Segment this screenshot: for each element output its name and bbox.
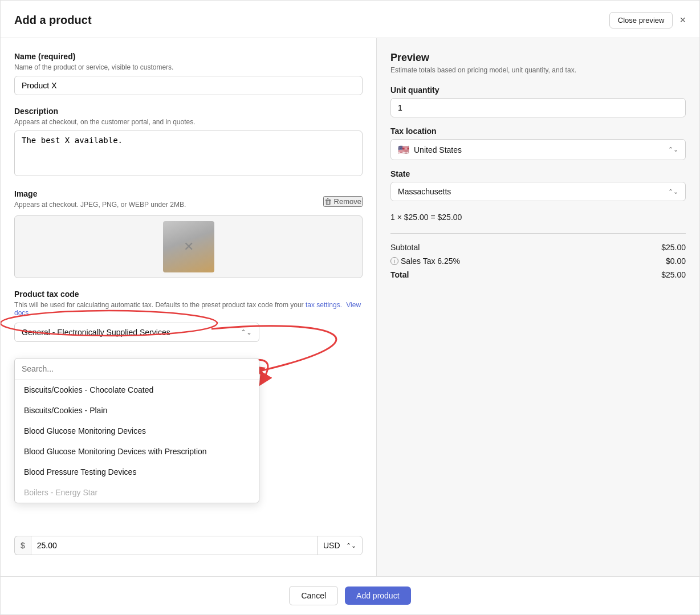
- image-label: Image: [14, 189, 186, 198]
- unit-quantity-label: Unit quantity: [390, 85, 686, 95]
- total-row: Total $25.00: [390, 270, 686, 279]
- page-header: Add a product Close preview ×: [1, 1, 699, 38]
- state-chevron-icon: ⌃⌄: [668, 188, 678, 196]
- subtotal-value: $25.00: [661, 243, 686, 252]
- summary-divider: [390, 233, 686, 234]
- tax-location-label: Tax location: [390, 127, 686, 136]
- dropdown-item-0[interactable]: Biscuits/Cookies - Chocolate Coated: [15, 380, 259, 400]
- tax-location-field: Tax location 🇺🇸 United States ⌃⌄: [390, 127, 686, 160]
- price-input[interactable]: [31, 536, 317, 555]
- state-field: State Massachusetts ⌃⌄: [390, 169, 686, 201]
- description-input[interactable]: The best X available.: [14, 131, 363, 176]
- unit-quantity-field: Unit quantity: [390, 85, 686, 117]
- remove-image-button[interactable]: 🗑 Remove: [323, 196, 363, 207]
- image-section-label: Image Appears at checkout. JPEG, PNG, or…: [14, 189, 186, 213]
- image-section: Image Appears at checkout. JPEG, PNG, or…: [14, 189, 363, 278]
- tax-location-chevron-icon: ⌃⌄: [668, 146, 678, 153]
- total-label: Total: [390, 270, 409, 279]
- sales-tax-row: i Sales Tax 6.25% $0.00: [390, 256, 686, 266]
- name-sublabel: Name of the product or service, visible …: [14, 63, 363, 71]
- trash-icon: 🗑: [324, 197, 332, 206]
- close-icon[interactable]: ×: [679, 14, 686, 26]
- page-title: Add a product: [14, 14, 92, 27]
- dropdown-search-input[interactable]: [22, 364, 252, 373]
- us-flag-icon: 🇺🇸: [398, 144, 409, 155]
- subtotal-label: Subtotal: [390, 243, 420, 252]
- image-header: Image Appears at checkout. JPEG, PNG, or…: [14, 189, 363, 213]
- right-panel: Preview Estimate totals based on pricing…: [377, 38, 699, 576]
- dropdown-item-2[interactable]: Blood Glucose Monitoring Devices: [15, 421, 259, 441]
- tax-settings-link[interactable]: tax settings.: [306, 301, 342, 309]
- chevron-down-icon: ⌃⌄: [241, 328, 252, 336]
- name-input[interactable]: [14, 76, 363, 95]
- image-container: ✕: [14, 215, 363, 278]
- tax-code-dropdown[interactable]: General - Electronically Supplied Servic…: [14, 323, 259, 342]
- tax-code-section: Product tax code This will be used for c…: [14, 290, 363, 342]
- search-wrap: [15, 359, 259, 380]
- price-prefix-symbol: $: [14, 536, 31, 555]
- description-sublabel: Appears at checkout, on the customer por…: [14, 118, 363, 126]
- tax-code-label: Product tax code: [14, 290, 363, 299]
- dropdown-item-1[interactable]: Biscuits/Cookies - Plain: [15, 400, 259, 421]
- description-field-group: Description Appears at checkout, on the …: [14, 107, 363, 178]
- preview-title: Preview: [390, 52, 686, 64]
- sales-tax-value: $0.00: [666, 256, 686, 266]
- dropdown-item-5[interactable]: Boilers - Energy Star: [15, 482, 259, 503]
- total-value: $25.00: [661, 270, 686, 279]
- unit-quantity-input[interactable]: [390, 98, 686, 117]
- tax-code-sublabel: This will be used for calculating automa…: [14, 301, 363, 317]
- dropdown-item-3[interactable]: Blood Glucose Monitoring Devices with Pr…: [15, 441, 259, 462]
- currency-select[interactable]: USD ⌃⌄: [317, 536, 363, 555]
- dropdown-item-4[interactable]: Blood Pressure Testing Devices: [15, 462, 259, 482]
- price-row: $ USD ⌃⌄: [14, 536, 363, 555]
- tax-location-select[interactable]: 🇺🇸 United States ⌃⌄: [390, 139, 686, 160]
- price-section: $ USD ⌃⌄: [14, 536, 363, 555]
- name-label: Name (required): [14, 52, 363, 61]
- name-field-group: Name (required) Name of the product or s…: [14, 52, 363, 95]
- close-preview-button[interactable]: Close preview: [609, 12, 673, 28]
- state-select[interactable]: Massachusetts ⌃⌄: [390, 182, 686, 201]
- price-summary: 1 × $25.00 = $25.00: [390, 213, 686, 222]
- description-label: Description: [14, 107, 363, 116]
- image-sublabel: Appears at checkout. JPEG, PNG, or WEBP …: [14, 201, 186, 209]
- add-product-button[interactable]: Add product: [345, 587, 411, 605]
- state-label: State: [390, 169, 686, 178]
- main-content: Name (required) Name of the product or s…: [1, 38, 699, 576]
- tax-code-value: General - Electronically Supplied Servic…: [22, 328, 170, 337]
- tax-code-dropdown-menu: Biscuits/Cookies - Chocolate Coated Bisc…: [14, 358, 259, 503]
- cancel-button[interactable]: Cancel: [289, 586, 338, 605]
- left-panel: Name (required) Name of the product or s…: [1, 38, 377, 576]
- sales-tax-label: i Sales Tax 6.25%: [390, 256, 460, 266]
- subtotal-row: Subtotal $25.00: [390, 243, 686, 252]
- preview-subtitle: Estimate totals based on pricing model, …: [390, 66, 686, 74]
- page-footer: Cancel Add product: [1, 576, 699, 614]
- currency-chevron-icon: ⌃⌄: [346, 542, 356, 549]
- header-actions: Close preview ×: [609, 12, 686, 28]
- info-icon: i: [390, 257, 398, 265]
